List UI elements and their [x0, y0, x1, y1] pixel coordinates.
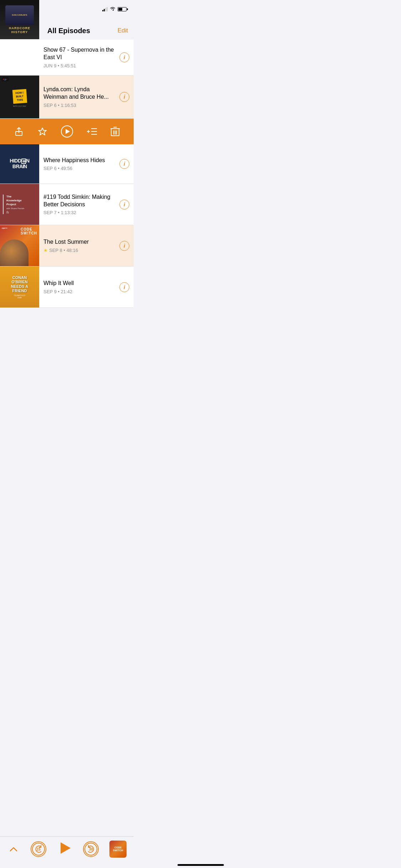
episode-info: Lynda.com: Lynda Weinman and Bruce He...…: [39, 76, 118, 118]
episode-meta: SEP 6 • 49:56: [43, 166, 115, 171]
delete-button[interactable]: [110, 126, 120, 136]
list-item[interactable]: CONANO'BRIENNEEDS AFRIEND TEAMCOCOZelle …: [0, 267, 134, 308]
info-icon: i: [119, 200, 129, 210]
podcast-thumbnail: TheKnowledgeProject with Shane Parrish f…: [0, 184, 39, 225]
info-button[interactable]: i: [118, 198, 131, 211]
battery-icon: [118, 7, 127, 11]
episode-title: The Lost Summer: [43, 238, 115, 246]
episode-info: Whip It Well SEP 9 • 21:42: [39, 267, 118, 308]
info-icon: i: [119, 159, 129, 169]
list-item[interactable]: n p r HOW IBUILTTHIS WITH GUY RAZ Lynda.…: [0, 76, 134, 119]
info-button[interactable]: i: [118, 281, 131, 294]
episode-title: Show 67 - Supernova in the East VI: [43, 46, 115, 61]
episode-meta: SEP 7 • 1:13:32: [43, 210, 115, 215]
podcast-thumbnail: HIDD⊕NBRAIN: [0, 144, 39, 184]
list-item[interactable]: DAN CARLIN'S HARDCOREHISTORY Show 67 - S…: [0, 40, 134, 76]
list-item[interactable]: TheKnowledgeProject with Shane Parrish f…: [0, 184, 134, 225]
episode-title: Where Happiness Hides: [43, 157, 115, 164]
episode-title: Lynda.com: Lynda Weinman and Bruce He...: [43, 86, 115, 101]
play-button[interactable]: [61, 125, 73, 138]
podcast-thumbnail: npr••• CODESW!TCH: [0, 225, 39, 266]
list-item[interactable]: npr••• CODESW!TCH The Lost Summer ★ SEP …: [0, 225, 134, 267]
episode-meta: JUN 9 • 5:45:51: [43, 63, 115, 68]
info-button[interactable]: i: [118, 91, 131, 103]
wifi-icon: [110, 7, 115, 12]
status-icons: [102, 7, 127, 12]
svg-marker-2: [38, 128, 46, 135]
info-icon: i: [119, 92, 129, 102]
episode-info: The Lost Summer ★ SEP 8 • 48:16: [39, 225, 118, 266]
info-button[interactable]: i: [118, 51, 131, 64]
edit-button[interactable]: Edit: [118, 27, 128, 34]
episode-title: #119 Todd Simkin: Making Better Decision…: [43, 193, 115, 208]
star-icon: ★: [43, 248, 48, 253]
svg-marker-4: [66, 129, 70, 134]
episode-meta: SEP 6 • 1:16:53: [43, 103, 115, 108]
episode-title: Whip It Well: [43, 280, 115, 287]
episode-info: #119 Todd Simkin: Making Better Decision…: [39, 184, 118, 225]
thumbnail-npr-label: npr•••: [2, 227, 7, 229]
thumbnail-label: HIDD⊕NBRAIN: [10, 158, 29, 169]
episode-list: DAN CARLIN'S HARDCOREHISTORY Show 67 - S…: [0, 40, 134, 308]
info-icon: i: [119, 52, 129, 62]
episode-info: Show 67 - Supernova in the East VI JUN 9…: [39, 40, 118, 75]
episode-info: Where Happiness Hides SEP 6 • 49:56: [39, 144, 118, 184]
favorite-button[interactable]: [37, 126, 47, 136]
podcast-thumbnail: n p r HOW IBUILTTHIS WITH GUY RAZ: [0, 76, 39, 118]
info-button[interactable]: i: [118, 157, 131, 170]
podcast-thumbnail: CONANO'BRIENNEEDS AFRIEND TEAMCOCOZelle: [0, 267, 39, 308]
signal-icon: [102, 7, 108, 11]
info-icon: i: [119, 241, 129, 251]
info-icon: i: [119, 282, 129, 292]
action-bar: [0, 119, 134, 144]
list-item[interactable]: HIDD⊕NBRAIN Where Happiness Hides SEP 6 …: [0, 144, 134, 184]
info-button[interactable]: i: [118, 239, 131, 252]
podcast-thumbnail: DAN CARLIN'S HARDCOREHISTORY: [0, 40, 39, 75]
episode-meta: SEP 9 • 21:42: [43, 289, 115, 294]
page-title: All Episodes: [47, 27, 90, 35]
share-button[interactable]: [14, 126, 24, 136]
add-to-queue-button[interactable]: [87, 127, 97, 136]
episode-meta: ★ SEP 8 • 48:16: [43, 248, 115, 253]
